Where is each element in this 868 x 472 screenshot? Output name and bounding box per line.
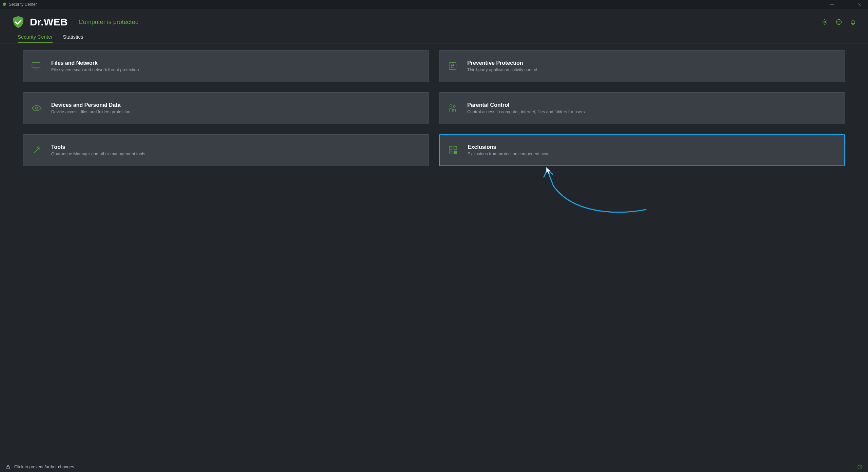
tab-label: Statistics [63, 34, 83, 40]
svg-point-2 [824, 21, 826, 23]
grid-exclusions-icon [447, 144, 459, 156]
svg-rect-0 [830, 4, 834, 5]
svg-rect-6 [451, 65, 454, 68]
settings-icon[interactable] [821, 19, 828, 25]
panel-title: Devices and Personal Data [51, 102, 130, 108]
unlock-icon[interactable] [5, 464, 11, 470]
svg-point-8 [450, 105, 452, 107]
tab-statistics[interactable]: Statistics [63, 34, 83, 43]
svg-rect-12 [449, 151, 452, 154]
panel-preventive-protection[interactable]: Preventive Protection Third-party applic… [439, 50, 845, 82]
mouse-cursor-icon [546, 167, 551, 174]
app-shield-icon [2, 2, 7, 7]
panel-files-network[interactable]: Files and Network File system scan and n… [23, 50, 429, 82]
security-panels-grid: Files and Network File system scan and n… [0, 43, 868, 166]
panel-title: Files and Network [51, 60, 139, 66]
svg-rect-11 [454, 146, 457, 150]
panel-desc: Device access, files and folders protect… [51, 110, 130, 114]
lock-panel-icon [447, 60, 458, 72]
panel-desc: Third-party application activity control [467, 67, 537, 72]
tab-security-center[interactable]: Security Center [18, 34, 53, 43]
svg-rect-10 [449, 146, 452, 150]
panel-desc: Quarantine Manager and other management … [51, 152, 145, 156]
app-header: Dr.WEB Computer is protected [0, 9, 868, 32]
status-bar: Click to prevent further changes [0, 462, 868, 472]
help-icon[interactable] [857, 464, 863, 470]
window-close-button[interactable] [852, 0, 866, 9]
eye-icon [31, 102, 42, 114]
monitor-shield-icon [31, 60, 42, 72]
svg-rect-14 [7, 467, 9, 469]
shield-icon [12, 15, 25, 29]
panel-desc: Exclusions from protection component sca… [468, 152, 550, 156]
brand-logo: Dr.WEB Computer is protected [12, 15, 139, 29]
panel-desc: Control access to computer, internet, fi… [467, 110, 585, 114]
svg-point-9 [454, 105, 455, 107]
lock-status-text[interactable]: Click to prevent further changes [14, 465, 74, 469]
panel-desc: File system scan and network threat prot… [51, 67, 139, 72]
panel-title: Tools [51, 144, 145, 150]
family-icon [447, 102, 458, 114]
panel-parental-control[interactable]: Parental Control Control access to compu… [439, 92, 845, 124]
svg-rect-13 [454, 151, 457, 154]
brand-name: Dr.WEB [30, 16, 68, 28]
svg-rect-1 [844, 3, 847, 6]
brand-prefix: Dr. [30, 16, 44, 28]
panel-devices-data[interactable]: Devices and Personal Data Device access,… [23, 92, 429, 124]
tab-label: Security Center [18, 34, 53, 40]
window-title: Security Center [9, 2, 37, 7]
header-actions [821, 19, 856, 25]
svg-rect-4 [32, 63, 40, 68]
panel-tools[interactable]: Tools Quarantine Manager and other manag… [23, 134, 429, 166]
support-icon[interactable] [835, 19, 842, 25]
svg-point-3 [836, 20, 842, 25]
main-tabs: Security Center Statistics [0, 32, 868, 43]
brand-suffix: WEB [44, 16, 68, 28]
svg-point-7 [36, 107, 38, 110]
tools-icon [31, 144, 42, 156]
panel-title: Parental Control [467, 102, 585, 108]
protection-status: Computer is protected [79, 19, 139, 26]
window-minimize-button[interactable] [825, 0, 839, 9]
title-bar: Security Center [0, 0, 868, 9]
panel-exclusions[interactable]: Exclusions Exclusions from protection co… [439, 134, 845, 166]
panel-title: Exclusions [468, 144, 550, 150]
panel-title: Preventive Protection [467, 60, 537, 66]
window-maximize-button[interactable] [839, 0, 852, 9]
notification-bell-icon[interactable] [850, 19, 856, 25]
